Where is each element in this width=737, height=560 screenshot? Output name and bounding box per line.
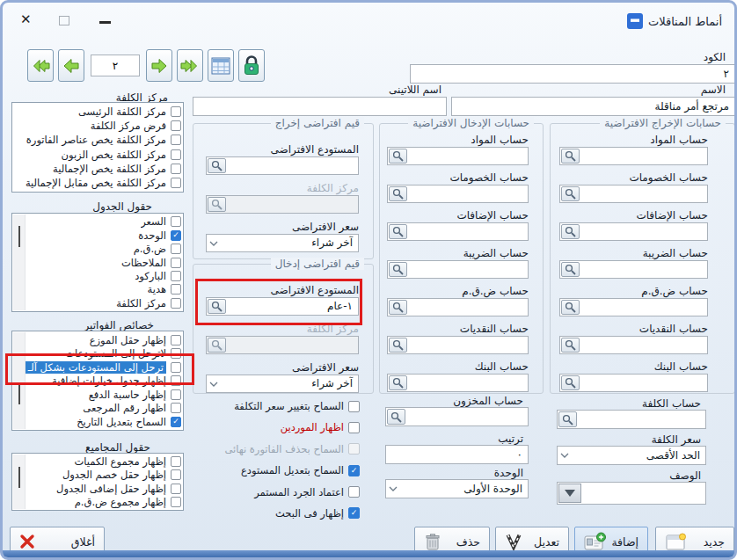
account-input[interactable]	[559, 185, 708, 203]
search-button[interactable]	[389, 186, 407, 201]
list-item[interactable]: مركز الكلفة الرئيسى	[15, 105, 181, 118]
checkbox-checked[interactable]	[171, 417, 181, 427]
list-item[interactable]: إظهار حقل الموزع	[26, 334, 181, 346]
list-item[interactable]: فرض مركز الكلفة	[15, 120, 181, 132]
account-input[interactable]	[559, 298, 708, 316]
list-item[interactable]: إظهار حاسبة الدفع	[26, 389, 181, 401]
account-input[interactable]	[387, 298, 529, 316]
account-input[interactable]	[559, 222, 708, 241]
record-number-input[interactable]	[91, 55, 140, 76]
maximize-icon[interactable]	[59, 16, 69, 25]
checkbox[interactable]	[171, 375, 181, 386]
list-item[interactable]: السماح بتعديل التاريخ	[26, 416, 181, 428]
list-item[interactable]: الملاحظات	[26, 257, 181, 269]
checkbox[interactable]	[171, 106, 181, 117]
list-item[interactable]: هدية	[26, 283, 181, 295]
search-button[interactable]	[389, 338, 407, 353]
list-item[interactable]: إظهار جدول خيارات إضافية	[26, 375, 181, 387]
checkbox[interactable]	[171, 497, 181, 507]
search-button[interactable]	[561, 186, 580, 201]
list-item[interactable]: الوحدة	[26, 229, 181, 242]
checkbox[interactable]	[348, 401, 360, 412]
default-warehouse-input[interactable]: ١-عام	[206, 297, 359, 316]
nav-prev-button[interactable]	[58, 49, 84, 82]
account-input[interactable]	[387, 260, 529, 279]
list-item[interactable]: إظهار حقل خصم الجدول	[26, 469, 181, 481]
search-button[interactable]	[561, 149, 580, 164]
list-item[interactable]: الباركود	[26, 270, 181, 282]
cost-price-select[interactable]: الحد الأقصى	[557, 446, 706, 465]
minimize-icon[interactable]	[99, 21, 111, 24]
checkbox[interactable]	[171, 456, 181, 467]
stock-account-input[interactable]	[385, 407, 529, 426]
list-item[interactable]: إظهار مجموع ض.ق.م	[26, 496, 181, 508]
close-window-icon[interactable]: ✕	[20, 11, 32, 27]
checkbox[interactable]	[171, 335, 181, 345]
account-input[interactable]	[387, 374, 529, 392]
checkbox[interactable]	[348, 486, 360, 498]
grid-view-button[interactable]	[208, 49, 234, 82]
checkbox[interactable]	[171, 469, 181, 480]
checkbox[interactable]	[171, 216, 181, 227]
checkbox[interactable]	[171, 284, 181, 295]
default-price-select[interactable]: آخر شراء	[206, 234, 359, 252]
list-item[interactable]: مركز الكلفة يخص مقابل الإجمالية	[15, 177, 181, 189]
account-input[interactable]	[387, 336, 529, 354]
name-field[interactable]: مرتجع أمر مناقلة	[451, 97, 735, 116]
account-input[interactable]	[559, 147, 708, 165]
account-input[interactable]	[387, 147, 529, 165]
order-field[interactable]: ٠	[385, 445, 529, 464]
list-item[interactable]: لاترحل إلى المستودعات	[26, 347, 181, 360]
checkbox[interactable]	[348, 422, 360, 433]
search-button[interactable]	[389, 375, 407, 390]
search-button[interactable]	[561, 375, 580, 390]
list-item[interactable]: إظهار حقل إضافى الجدول	[26, 483, 181, 495]
checkbox[interactable]	[171, 389, 181, 400]
search-button[interactable]	[389, 149, 407, 164]
nav-next-button[interactable]	[146, 49, 172, 82]
cost-account-input[interactable]	[557, 410, 706, 429]
list-item[interactable]: مركز الكلفة يخص عناصر الفاتورة	[15, 134, 181, 146]
scrollbar-track[interactable]	[13, 455, 26, 509]
search-button[interactable]	[561, 262, 580, 277]
account-input[interactable]	[387, 222, 529, 241]
option-allow-edit-warehouse[interactable]: السماح بتعديل المستودع	[193, 464, 360, 476]
nav-last-button[interactable]	[177, 49, 203, 82]
search-button[interactable]	[389, 262, 407, 277]
unit-select[interactable]: الوحدة الأولى	[385, 479, 529, 498]
option-allow-change-cost-price[interactable]: السماح بتغيير سعر التكلفة	[193, 400, 360, 412]
list-item[interactable]: السعر	[26, 215, 181, 228]
option-continuous-inventory[interactable]: اعتماد الجرد المستمر	[193, 486, 360, 498]
nav-first-button[interactable]	[27, 49, 54, 82]
latin-name-field[interactable]	[193, 97, 447, 116]
list-item[interactable]: مركز الكلفة يخص الإجمالية	[15, 163, 181, 175]
scrollbar-thumb[interactable]	[18, 467, 20, 488]
list-item[interactable]: ض.ق.م	[26, 243, 181, 255]
checkbox-checked[interactable]	[171, 230, 181, 241]
list-item-selected[interactable]: ترحل إلى المستودعات بشكل آلـ	[26, 361, 181, 374]
list-item[interactable]: اظهار رقم المرجعى	[26, 402, 181, 414]
checkbox[interactable]	[171, 362, 181, 373]
checkbox[interactable]	[171, 178, 181, 188]
code-field[interactable]: ٢	[410, 64, 735, 84]
checkbox[interactable]	[171, 164, 181, 174]
account-input[interactable]	[559, 374, 708, 392]
option-show-in-search[interactable]: إظهار فى البحث	[193, 507, 360, 520]
account-input[interactable]	[559, 260, 708, 279]
checkbox[interactable]	[171, 120, 181, 131]
list-item[interactable]: إظهار مجموع الكميات	[26, 455, 181, 468]
checkbox-checked[interactable]	[348, 507, 360, 519]
checkbox[interactable]	[171, 244, 181, 254]
option-show-suppliers[interactable]: اظهار الموردين	[193, 421, 360, 433]
dropdown-button[interactable]	[558, 484, 581, 503]
checkbox[interactable]	[171, 271, 181, 281]
search-button[interactable]	[208, 299, 226, 314]
search-button[interactable]	[561, 338, 580, 353]
list-item[interactable]: مركز الكلفة يخص الزبون	[15, 149, 181, 161]
search-button[interactable]	[208, 158, 226, 173]
checkbox[interactable]	[171, 135, 181, 145]
search-button[interactable]	[561, 224, 580, 239]
search-button[interactable]	[389, 224, 407, 239]
checkbox[interactable]	[171, 403, 181, 413]
default-warehouse-input[interactable]	[206, 156, 359, 175]
